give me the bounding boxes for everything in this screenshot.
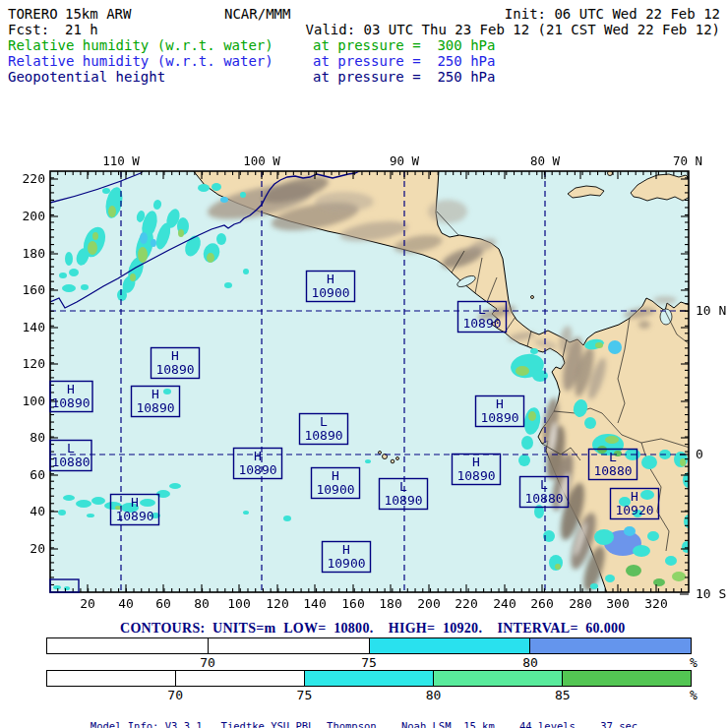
marker-value: 10920 bbox=[615, 503, 653, 517]
x-axis-label: 320 bbox=[644, 596, 667, 611]
map-graphic-ellipse bbox=[653, 578, 665, 586]
x-axis-label: 200 bbox=[417, 596, 440, 611]
map-graphic-ellipse bbox=[608, 340, 622, 354]
x-axis-label: 160 bbox=[341, 596, 364, 611]
marker-value: 10900 bbox=[316, 482, 354, 497]
colorbar-segment bbox=[208, 638, 369, 653]
map-graphic-ellipse bbox=[216, 233, 226, 245]
map-graphic-ellipse bbox=[65, 252, 73, 266]
map-graphic-ellipse bbox=[64, 586, 70, 590]
map-graphic-ellipse bbox=[653, 296, 677, 304]
map-graphic-ellipse bbox=[88, 241, 97, 255]
island-galapagos bbox=[391, 459, 394, 463]
map-graphic-ellipse bbox=[590, 583, 598, 589]
map-graphic-ellipse bbox=[428, 200, 467, 223]
x-axis-label: 280 bbox=[569, 596, 591, 611]
map-graphic-ellipse bbox=[594, 529, 614, 545]
x-axis-label: 240 bbox=[493, 596, 516, 611]
map-graphic-ellipse bbox=[640, 490, 654, 500]
map-graphic-ellipse bbox=[243, 511, 249, 515]
colorbar-tick-label: 70 bbox=[188, 655, 227, 670]
map-graphic-ellipse bbox=[516, 366, 529, 376]
colorbar-segment bbox=[529, 638, 691, 653]
rh-250hPa-scale bbox=[46, 670, 692, 687]
map-graphic-ellipse bbox=[178, 229, 184, 237]
map-graphic-ellipse bbox=[555, 564, 561, 570]
x-axis-label: 260 bbox=[530, 596, 553, 611]
map-graphic-ellipse bbox=[530, 348, 538, 354]
x-axis-label: 60 bbox=[155, 596, 171, 611]
map-graphic-ellipse bbox=[207, 253, 214, 263]
map-graphic-ellipse bbox=[605, 436, 619, 444]
rh-300hPa-scale bbox=[46, 637, 692, 654]
longitude-label: 80 W bbox=[530, 153, 561, 168]
x-axis-label: 220 bbox=[455, 596, 477, 611]
x-axis-label: 140 bbox=[303, 596, 326, 611]
map-graphic-ellipse bbox=[62, 284, 76, 292]
marker-letter: H bbox=[472, 455, 480, 469]
x-axis-label: 80 bbox=[194, 596, 210, 611]
map-graphic-ellipse bbox=[63, 495, 75, 501]
x-axis-label: 180 bbox=[379, 596, 401, 611]
map-graphic-ellipse bbox=[528, 411, 536, 421]
map-canvas bbox=[50, 170, 695, 593]
model-info-footer: Model Info: V3.3.1 Tiedtke YSU PBL Thomp… bbox=[0, 699, 728, 728]
marker-letter: H bbox=[67, 382, 75, 396]
y-axis-label: 20 bbox=[30, 541, 45, 556]
marker-value: 10890 bbox=[384, 493, 422, 508]
marker-letter: L bbox=[478, 302, 486, 317]
map-graphic-ellipse bbox=[647, 531, 659, 541]
y-axis-label: 160 bbox=[23, 282, 45, 297]
map-graphic-ellipse bbox=[212, 183, 221, 191]
map-graphic-ellipse bbox=[584, 417, 596, 429]
longitude-label: 110 W bbox=[102, 153, 140, 168]
island-galapagos bbox=[379, 452, 382, 455]
y-axis-label: 80 bbox=[30, 430, 45, 445]
marker-letter: L bbox=[67, 441, 75, 455]
marker-value: 10890 bbox=[155, 362, 194, 377]
map-graphic-ellipse bbox=[518, 455, 530, 466]
latitude-label: 10 N bbox=[696, 303, 726, 318]
map-graphic-ellipse bbox=[365, 459, 371, 463]
y-axis-label: 180 bbox=[23, 246, 45, 261]
x-axis-label: 300 bbox=[606, 596, 629, 611]
colorbar-tick-label: 75 bbox=[349, 655, 389, 670]
map-graphic-ellipse bbox=[315, 192, 374, 212]
map-graphic-ellipse bbox=[605, 575, 615, 582]
map-graphic-ellipse bbox=[595, 342, 603, 348]
marker-value: 10890 bbox=[480, 410, 518, 425]
map-graphic-ellipse bbox=[633, 545, 650, 557]
marker-value: 10880 bbox=[524, 491, 563, 506]
colorbar-segment bbox=[433, 671, 562, 686]
map-graphic-ellipse bbox=[521, 436, 533, 450]
map-graphic-ellipse bbox=[92, 232, 98, 240]
map-graphic-ellipse bbox=[69, 269, 79, 276]
marker-value: 10900 bbox=[311, 285, 349, 300]
map-graphic-ellipse bbox=[76, 500, 91, 508]
latitude-label: 10 S bbox=[696, 586, 726, 601]
marker-letter: L bbox=[540, 477, 548, 492]
latitude-label: 0 bbox=[696, 447, 703, 461]
map-graphic-ellipse bbox=[151, 239, 156, 247]
x-axis-label: 100 bbox=[227, 596, 250, 611]
map-graphic-ellipse bbox=[169, 483, 181, 489]
y-axis-label: 140 bbox=[23, 320, 45, 334]
colorbar-segment bbox=[369, 638, 530, 653]
x-axis-label: 120 bbox=[266, 596, 288, 611]
map-graphic-ellipse bbox=[665, 556, 677, 566]
map-graphic-ellipse bbox=[102, 188, 110, 194]
map-graphic-ellipse bbox=[243, 269, 249, 274]
x-axis-label: 20 bbox=[80, 596, 95, 611]
map-graphic-ellipse bbox=[58, 510, 66, 516]
marker-letter: H bbox=[327, 272, 334, 286]
y-axis-label: 220 bbox=[23, 171, 45, 186]
map-graphic-ellipse bbox=[198, 184, 210, 192]
marker-value: 10880 bbox=[51, 455, 90, 469]
map-graphic-ellipse bbox=[626, 565, 641, 576]
marker-letter: H bbox=[152, 387, 159, 401]
marker-value: 10890 bbox=[462, 316, 501, 331]
marker-value: 10900 bbox=[327, 556, 365, 571]
colorbar-segment bbox=[304, 671, 433, 686]
marker-letter: L bbox=[320, 414, 328, 429]
map-graphic-ellipse bbox=[680, 458, 686, 466]
